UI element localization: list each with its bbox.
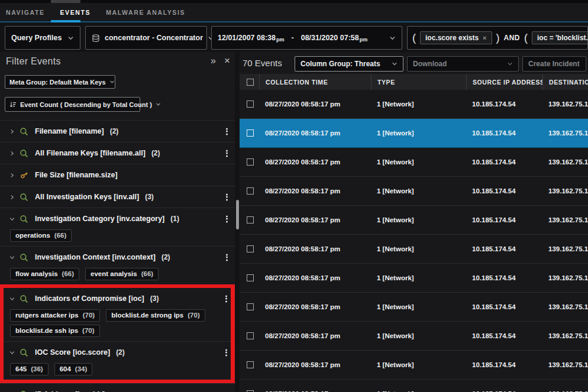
query-builder[interactable]: ( ioc.score exists × ) AND ( ioc = 'bloc… (407, 26, 588, 50)
table-row[interactable]: 08/27/2020 08:58:17 pm1 [Network]10.185.… (240, 235, 588, 264)
filter-section-row[interactable]: Investigation Category [inv.category](1) (0, 208, 235, 229)
query-filter-chip[interactable]: ioc = 'blocklist.de stron (532, 31, 588, 44)
highlight-red-box: Indicators of Compromise [ioc](3)rutgers… (0, 284, 235, 383)
table-row[interactable]: 08/27/2020 08:58:17 pm1 [Network]10.185.… (240, 322, 588, 351)
row-checkbox[interactable] (247, 361, 254, 368)
filter-value-chip[interactable]: operations(66) (10, 229, 72, 242)
table-row[interactable]: 08/27/2020 08:58:17 pm1 [Network]10.185.… (240, 119, 588, 148)
chip-value: flow analysis (15, 269, 58, 278)
kebab-menu-icon[interactable] (222, 213, 231, 225)
filter-section-label: All Investigation Keys [inv.all] (35, 193, 139, 201)
checkbox-cell (240, 332, 259, 339)
filter-value-chip[interactable]: flow analysis(66) (10, 268, 79, 280)
filter-value-chip[interactable]: 604(34) (54, 363, 93, 375)
table-row[interactable]: 08/27/2020 08:58:17 pm1 [Network]10.185.… (240, 293, 588, 322)
filter-value-chip[interactable]: blocklist.de ssh ips(70) (10, 325, 100, 337)
query-profiles-label: Query Profiles (11, 34, 62, 42)
kebab-menu-icon[interactable] (222, 346, 231, 359)
close-panel-icon[interactable]: × (224, 55, 230, 67)
filter-section-row[interactable]: All Filename Keys [filename.all](2) (0, 142, 235, 164)
filter-panel-scrollbar-thumb[interactable] (236, 200, 239, 229)
kebab-menu-icon[interactable] (222, 147, 231, 160)
filter-section-row[interactable]: IOC Score [ioc.score](2) (4, 342, 231, 363)
download-dropdown[interactable]: Download (407, 56, 519, 72)
table-row[interactable]: 08/27/2020 08:58:17 pm1 [Network]10.185.… (240, 264, 588, 293)
database-icon (92, 34, 100, 43)
chevron-down-icon[interactable] (9, 216, 20, 222)
chevron-down-icon[interactable] (9, 296, 20, 302)
tab-navigate[interactable]: NAVIGATE (6, 9, 45, 16)
table-row[interactable]: 08/27/2020 08:58:17 pm1 [Network]10.185.… (240, 177, 588, 206)
create-incident-button[interactable]: Create Incident (522, 56, 586, 72)
download-label: Download (413, 60, 447, 68)
filter-section-row[interactable]: Investigation Context [inv.context](2) (0, 247, 235, 268)
time-range-dropdown[interactable]: 12/01/2007 08:38pm - 08/31/2020 07:58pm (211, 26, 402, 50)
filter-section-count: (3) (145, 193, 154, 201)
chevron-down-icon[interactable] (9, 255, 20, 260)
cell-destination-ip: 139.162.75.11 (542, 216, 588, 223)
cell-source-ip: 10.185.174.54 (466, 245, 542, 252)
table-row[interactable]: 08/27/2020 08:58:17 pm1 [Network]10.185.… (240, 206, 588, 235)
remove-filter-icon[interactable]: × (483, 34, 486, 41)
service-selector-dropdown[interactable]: concentrator - Concentrator (85, 26, 207, 50)
collapse-panel-icon[interactable]: » (211, 56, 216, 66)
kebab-menu-icon[interactable] (222, 191, 231, 203)
filter-section-row[interactable]: Filename [filename](2) (0, 121, 235, 142)
chevron-right-icon[interactable] (9, 129, 20, 134)
filter-value-chip[interactable]: blocklist.de strong ips(70) (106, 309, 205, 322)
query-profiles-dropdown[interactable]: Query Profiles (5, 26, 80, 50)
kebab-menu-icon[interactable] (222, 251, 231, 264)
filter-sections: Filename [filename](2)All Filename Keys … (0, 120, 235, 392)
chevron-down-icon[interactable] (9, 350, 20, 355)
column-group-dropdown[interactable]: Column Group: Threats (295, 56, 403, 72)
select-all-checkbox[interactable] (247, 79, 254, 86)
filter-value-chip[interactable]: rutgers attacker ips(70) (10, 309, 100, 322)
filter-value-chip[interactable]: event analysis(66) (85, 268, 159, 280)
checkbox-cell (240, 79, 259, 86)
filter-section-row[interactable]: All Investigation Keys [inv.all](3) (0, 186, 235, 208)
cell-collection-time: 08/27/2020 08:58:17 pm (259, 101, 371, 108)
row-checkbox[interactable] (247, 274, 254, 281)
row-checkbox[interactable] (247, 303, 254, 310)
kebab-menu-icon[interactable] (222, 125, 231, 138)
table-row[interactable]: 08/27/2020 08:58:17 pm1 [Network]10.185.… (240, 90, 588, 119)
filter-section-count: (1) (170, 215, 179, 223)
kebab-menu-icon[interactable] (222, 293, 231, 305)
meta-group-dropdown[interactable]: Meta Group: Default Meta Keys (5, 75, 115, 89)
table-row[interactable]: 08/27/2020 08:58:17 pm1 [Network]10.185.… (240, 148, 588, 177)
events-panel: 70 Events Column Group: Threats Download… (240, 52, 588, 392)
row-checkbox[interactable] (247, 158, 254, 166)
tab-malware-analysis[interactable]: MALWARE ANALYSIS (106, 9, 185, 16)
range-end: 08/31/2020 07:58pm (301, 34, 368, 42)
row-checkbox[interactable] (247, 332, 254, 339)
filter-panel-title: Filter Events (6, 56, 61, 67)
cell-type: 1 [Network] (371, 158, 466, 166)
top-navigation-bar: NAVIGATEEVENTSMALWARE ANALYSIS (0, 0, 588, 22)
filter-section-row[interactable]: File Size [filename.size] (0, 164, 235, 186)
row-checkbox[interactable] (247, 129, 254, 137)
sort-order-dropdown[interactable]: Event Count ( Descending by Total Count … (5, 97, 140, 112)
chevron-right-icon[interactable] (9, 195, 20, 200)
checkbox-cell (240, 216, 259, 223)
row-checkbox[interactable] (247, 187, 254, 195)
query-filter-chip[interactable]: ioc.score exists × (420, 31, 492, 44)
cell-collection-time: 08/27/2020 08:58:17 pm (259, 332, 371, 339)
cell-source-ip: 10.185.174.54 (466, 187, 542, 195)
filter-value-chips: rutgers attacker ips(70)blocklist.de str… (4, 309, 231, 341)
filter-section-row[interactable]: IP Address [ip.addr] (0, 384, 235, 392)
tab-events[interactable]: EVENTS (60, 9, 91, 16)
filter-section-count: (2) (151, 149, 160, 157)
filter-value-chip[interactable]: 645(36) (10, 363, 49, 375)
filter-section: All Filename Keys [filename.all](2) (0, 142, 235, 164)
chip-value: event analysis (91, 269, 137, 278)
search-icon (20, 127, 35, 136)
table-row[interactable]: 08/27/2020 08:58:17 pm1 [Network]10.185.… (240, 380, 588, 392)
chevron-right-icon[interactable] (9, 151, 20, 156)
row-checkbox[interactable] (247, 245, 254, 252)
row-checkbox[interactable] (247, 216, 254, 223)
chevron-right-icon[interactable] (9, 173, 20, 178)
cell-collection-time: 08/27/2020 08:58:17 pm (259, 274, 371, 281)
row-checkbox[interactable] (247, 101, 254, 108)
table-row[interactable]: 08/27/2020 08:58:17 pm1 [Network]10.185.… (240, 351, 588, 380)
filter-section-row[interactable]: Indicators of Compromise [ioc](3) (4, 288, 231, 309)
